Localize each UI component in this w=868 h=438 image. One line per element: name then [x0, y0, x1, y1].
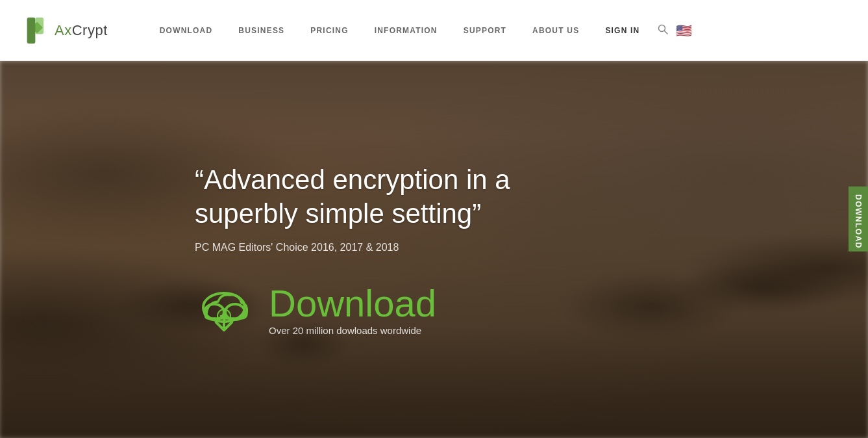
nav-sign-in[interactable]: SIGN IN	[592, 26, 652, 35]
svg-rect-0	[27, 18, 36, 44]
logo-icon	[26, 18, 49, 44]
nav-pricing[interactable]: PRICING	[297, 26, 361, 35]
logo-text: AxCrypt	[55, 22, 108, 39]
nav-business[interactable]: BUSINESS	[225, 26, 297, 35]
logo-link[interactable]: AxCrypt	[26, 18, 108, 44]
hero-quote: “Advanced encryption in a superbly simpl…	[195, 163, 519, 231]
main-nav: DOWNLOAD BUSINESS PRICING INFORMATION SU…	[147, 23, 842, 38]
svg-line-4	[665, 31, 668, 34]
download-sub: Over 20 million dowloads wordwide	[269, 325, 436, 336]
hero-content: “Advanced encryption in a superbly simpl…	[0, 163, 519, 337]
hero-subtext: PC MAG Editors' Choice 2016, 2017 & 2018	[195, 242, 519, 253]
cloud-download-icon	[195, 285, 253, 337]
language-flag[interactable]: 🇺🇸	[676, 23, 692, 38]
nav-download[interactable]: DOWNLOAD	[147, 26, 226, 35]
download-section[interactable]: Download Over 20 million dowloads wordwi…	[195, 285, 519, 337]
download-label[interactable]: Download	[269, 285, 436, 322]
download-text-group: Download Over 20 million dowloads wordwi…	[269, 285, 436, 336]
nav-about-us[interactable]: ABOUT US	[519, 26, 592, 35]
nav-information[interactable]: INFORMATION	[362, 26, 451, 35]
svg-rect-2	[35, 18, 43, 34]
search-icon[interactable]	[658, 24, 668, 37]
nav-support[interactable]: SUPPORT	[451, 26, 519, 35]
site-header: AxCrypt DOWNLOAD BUSINESS PRICING INFORM…	[0, 0, 868, 61]
float-download-button[interactable]: Download	[849, 187, 868, 251]
hero-section: “Advanced encryption in a superbly simpl…	[0, 61, 868, 438]
